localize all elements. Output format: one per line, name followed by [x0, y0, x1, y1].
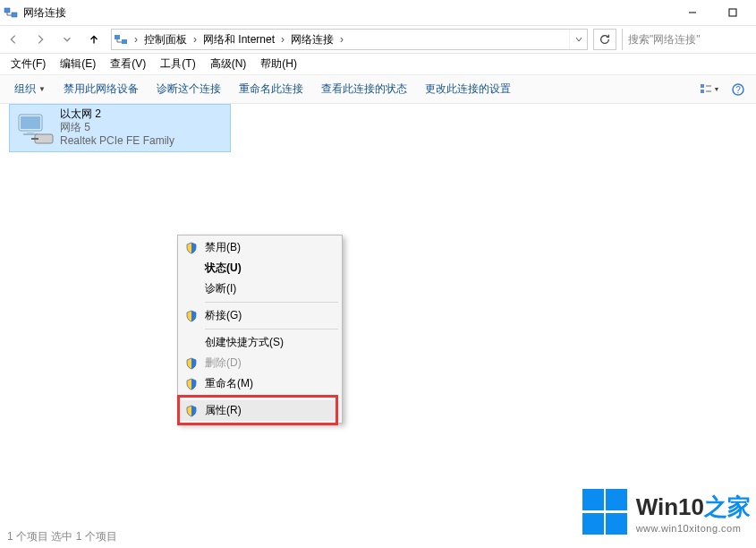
toolbar-organize[interactable]: 组织▼ — [5, 78, 55, 100]
svg-rect-13 — [21, 116, 40, 129]
titlebar: 网络连接 — [0, 0, 756, 25]
network-adapter-info: 以太网 2 网络 5 Realtek PCIe FE Family — [56, 107, 174, 149]
refresh-button[interactable] — [593, 29, 616, 50]
breadcrumb-network-internet[interactable]: 网络和 Internet — [201, 30, 276, 49]
search-placeholder: 搜索"网络连接" — [628, 32, 701, 47]
separator — [205, 397, 338, 398]
content-area: 以太网 2 网络 5 Realtek PCIe FE Family 禁用(B) … — [0, 104, 756, 507]
chevron-down-icon: ▼ — [714, 86, 720, 92]
forward-button[interactable] — [27, 25, 54, 54]
svg-rect-6 — [701, 84, 704, 88]
separator — [205, 329, 338, 330]
menu-edit[interactable]: 编辑(E) — [55, 55, 101, 73]
watermark: Win10之家 www.win10xitong.com — [582, 489, 751, 535]
toolbar-view-status[interactable]: 查看此连接的状态 — [312, 78, 416, 100]
toolbar-diagnose[interactable]: 诊断这个连接 — [148, 78, 230, 100]
ctx-delete: 删除(D) — [180, 353, 340, 373]
minimize-button[interactable] — [672, 0, 712, 25]
up-button[interactable] — [81, 25, 107, 54]
breadcrumb-network-connections[interactable]: 网络连接 — [289, 30, 336, 49]
menu-advanced[interactable]: 高级(N) — [205, 55, 252, 73]
svg-rect-5 — [122, 39, 127, 44]
svg-rect-0 — [4, 8, 10, 13]
ctx-disable[interactable]: 禁用(B) — [180, 237, 340, 258]
ctx-properties[interactable]: 属性(R) — [180, 400, 340, 421]
chevron-right-icon[interactable]: › — [276, 33, 289, 46]
location-icon — [112, 32, 130, 47]
address-history-dropdown[interactable] — [569, 30, 587, 49]
window-title: 网络连接 — [23, 5, 66, 21]
separator — [205, 302, 338, 303]
svg-rect-7 — [701, 90, 704, 93]
toolbar-change-settings[interactable]: 更改此连接的设置 — [416, 78, 520, 100]
chevron-down-icon: ▼ — [38, 85, 46, 93]
status-bar-text: 1 个项目 选中 1 个项目 — [7, 529, 117, 544]
svg-rect-4 — [115, 35, 120, 39]
app-icon — [4, 5, 18, 20]
watermark-brand: Win10之家 — [636, 492, 751, 523]
svg-text:?: ? — [735, 85, 741, 95]
breadcrumb-control-panel[interactable]: 控制面板 — [142, 30, 189, 49]
ctx-bridge[interactable]: 桥接(G) — [180, 305, 340, 326]
shield-icon — [183, 378, 200, 390]
ctx-diagnose[interactable]: 诊断(I) — [180, 278, 340, 299]
adapter-name: 以太网 2 — [60, 107, 174, 121]
svg-rect-14 — [27, 131, 34, 133]
address-bar-row: › 控制面板 › 网络和 Internet › 网络连接 › 搜索"网络连接" — [0, 25, 756, 54]
back-button[interactable] — [0, 25, 27, 54]
recent-locations-button[interactable] — [54, 25, 81, 54]
ctx-rename[interactable]: 重命名(M) — [180, 373, 340, 394]
shield-icon — [183, 310, 200, 322]
shield-icon — [183, 357, 200, 370]
toolbar: 组织▼ 禁用此网络设备 诊断这个连接 重命名此连接 查看此连接的状态 更改此连接… — [0, 75, 756, 104]
adapter-description: Realtek PCIe FE Family — [60, 134, 174, 148]
menu-bar: 文件(F) 编辑(E) 查看(V) 工具(T) 高级(N) 帮助(H) — [0, 54, 756, 75]
help-button[interactable]: ? — [726, 79, 751, 100]
toolbar-rename[interactable]: 重命名此连接 — [230, 78, 312, 100]
menu-file[interactable]: 文件(F) — [5, 55, 51, 73]
shield-icon — [183, 405, 200, 417]
menu-tools[interactable]: 工具(T) — [155, 55, 200, 73]
maximize-button[interactable] — [712, 0, 752, 25]
address-bar[interactable]: › 控制面板 › 网络和 Internet › 网络连接 › — [111, 29, 588, 50]
menu-view[interactable]: 查看(V) — [105, 55, 151, 73]
network-adapter-icon — [13, 107, 56, 150]
windows-logo-icon — [582, 489, 629, 535]
toolbar-disable-device[interactable]: 禁用此网络设备 — [55, 78, 148, 100]
svg-rect-1 — [12, 13, 17, 17]
view-options-button[interactable]: ▼ — [697, 79, 722, 100]
chevron-right-icon[interactable]: › — [130, 33, 142, 46]
network-adapter-item[interactable]: 以太网 2 网络 5 Realtek PCIe FE Family — [9, 104, 231, 152]
svg-rect-3 — [729, 9, 736, 16]
adapter-status: 网络 5 — [60, 121, 174, 134]
chevron-right-icon[interactable]: › — [336, 33, 348, 46]
menu-help[interactable]: 帮助(H) — [255, 55, 302, 73]
context-menu: 禁用(B) 状态(U) 诊断(I) 桥接(G) 创建快捷方式(S) 删除(D) … — [177, 235, 343, 424]
chevron-right-icon[interactable]: › — [189, 33, 201, 46]
ctx-create-shortcut[interactable]: 创建快捷方式(S) — [180, 332, 340, 353]
watermark-url: www.win10xitong.com — [636, 523, 751, 534]
search-input[interactable]: 搜索"网络连接" — [622, 29, 756, 50]
ctx-status[interactable]: 状态(U) — [180, 258, 340, 278]
shield-icon — [183, 242, 200, 254]
